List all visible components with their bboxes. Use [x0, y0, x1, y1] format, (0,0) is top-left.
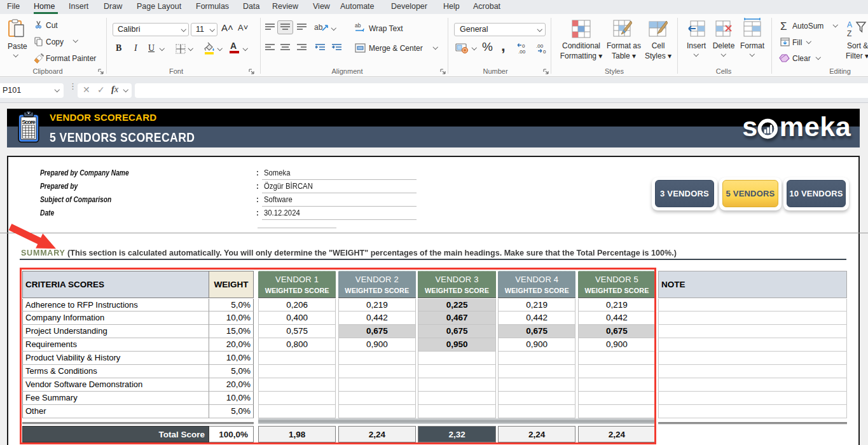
svg-text:ab: ab [314, 23, 323, 32]
svg-text:s: s [742, 111, 757, 142]
svg-text:meka: meka [780, 111, 851, 142]
svg-text:Z: Z [847, 29, 851, 38]
svg-text:ab: ab [355, 22, 361, 29]
svg-text:0: 0 [522, 43, 525, 49]
svg-text:A: A [847, 20, 852, 29]
svg-text:.00: .00 [518, 49, 526, 54]
svg-text:Score: Score [22, 118, 36, 125]
svg-text:.00: .00 [536, 43, 544, 49]
svg-text:0: 0 [543, 49, 546, 54]
